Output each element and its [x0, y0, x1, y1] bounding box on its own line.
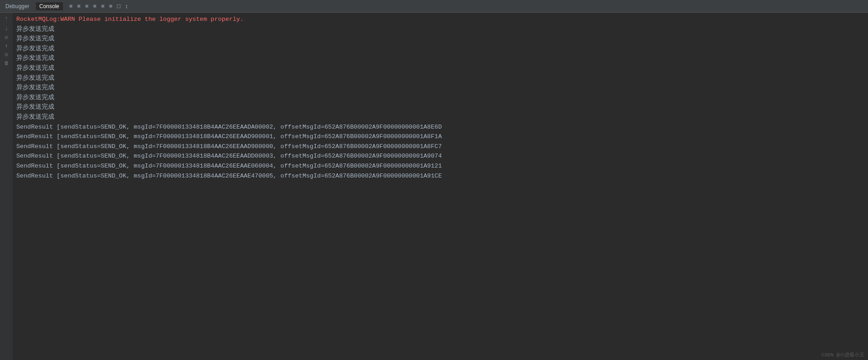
log-area[interactable]: RocketMQLog:WARN Please initialize the l… — [13, 13, 868, 360]
toolbar-icon-1[interactable]: ≡ — [67, 2, 75, 10]
download-icon[interactable]: ⬇ — [4, 43, 9, 50]
log-line: SendResult [sendStatus=SEND_OK, msgId=7F… — [16, 132, 864, 142]
log-line: 异步发送完成 — [16, 112, 864, 122]
log-line: SendResult [sendStatus=SEND_OK, msgId=7F… — [16, 151, 864, 161]
log-line: 异步发送完成 — [16, 53, 864, 63]
toolbar-icon-7[interactable]: □ — [115, 2, 122, 10]
tab-debugger[interactable]: Debugger — [2, 2, 33, 10]
toolbar-icons: ≡ ≡ ≡ ≡ ≡ ≡ □ ↕ — [67, 2, 130, 10]
filter-icon[interactable]: ⊟ — [4, 34, 9, 41]
log-line: RocketMQLog:WARN Please initialize the l… — [16, 14, 864, 24]
scroll-up-icon[interactable]: ↑ — [4, 14, 9, 23]
toolbar-icon-6[interactable]: ≡ — [107, 2, 115, 10]
tab-console[interactable]: Console — [36, 2, 63, 10]
log-line: 异步发送完成 — [16, 63, 864, 73]
log-line: SendResult [sendStatus=SEND_OK, msgId=7F… — [16, 161, 864, 171]
log-line: 异步发送完成 — [16, 93, 864, 103]
print-icon[interactable]: ⊡ — [4, 52, 9, 58]
log-line: 异步发送完成 — [16, 102, 864, 112]
toolbar-icon-5[interactable]: ≡ — [99, 2, 106, 10]
log-line: 异步发送完成 — [16, 34, 864, 44]
clear-icon[interactable]: 🗑 — [3, 60, 10, 67]
console-area: ↑ ↓ ⊟ ⬇ ⊡ 🗑 RocketMQLog:WARN Please init… — [0, 13, 868, 360]
left-gutter: ↑ ↓ ⊟ ⬇ ⊡ 🗑 — [0, 13, 13, 360]
toolbar-icon-8[interactable]: ↕ — [123, 2, 130, 10]
watermark: CSDN @小进孤小王 — [821, 351, 864, 358]
toolbar-icon-2[interactable]: ≡ — [75, 2, 82, 10]
toolbar-icon-4[interactable]: ≡ — [91, 2, 99, 10]
toolbar-icon-3[interactable]: ≡ — [83, 2, 91, 10]
log-line: 异步发送完成 — [16, 83, 864, 93]
log-line: SendResult [sendStatus=SEND_OK, msgId=7F… — [16, 122, 864, 132]
log-line: 异步发送完成 — [16, 44, 864, 54]
log-line: 异步发送完成 — [16, 73, 864, 83]
toolbar: Debugger Console ≡ ≡ ≡ ≡ ≡ ≡ □ ↕ — [0, 0, 868, 13]
log-line: 异步发送完成 — [16, 24, 864, 34]
log-line: SendResult [sendStatus=SEND_OK, msgId=7F… — [16, 171, 864, 181]
log-line: SendResult [sendStatus=SEND_OK, msgId=7F… — [16, 142, 864, 152]
scroll-down-icon[interactable]: ↓ — [4, 24, 9, 33]
